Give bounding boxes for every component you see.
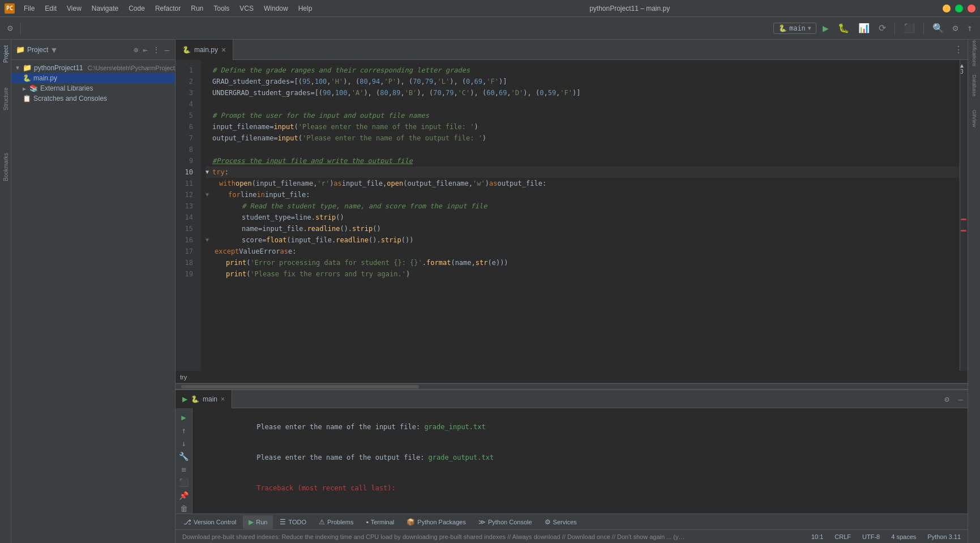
run-tool-trash[interactable]: 🗑 [178,503,190,514]
menu-help[interactable]: Help [294,3,317,14]
project-title: Project [27,46,48,54]
profile-button[interactable]: ⟳ [876,21,889,35]
services-icon: ⚙ [545,518,551,526]
menu-window[interactable]: Window [259,3,293,14]
btm-tab-version-control[interactable]: ⎇ Version Control [178,515,242,529]
database-tab[interactable]: Database [969,75,979,96]
run-tab-close[interactable]: × [221,395,225,403]
run-config-label: main [789,24,806,32]
btm-tab-run[interactable]: ▶ Run [243,515,273,529]
project-collapse-icon[interactable]: ⇤ [142,44,148,55]
horizontal-scrollbar[interactable] [176,383,968,389]
breadcrumb-item: try [180,374,187,380]
run-config-dropdown[interactable]: 🐍 main ▼ [773,23,816,34]
tree-item-external-libraries[interactable]: ▶ 📚 External Libraries [11,83,175,93]
minimize-button[interactable] [943,5,951,12]
search-button[interactable]: 🔍 [930,21,947,35]
gitview-tab[interactable]: GitView [969,108,979,129]
sidebar-structure-icon[interactable]: Structure [1,88,10,110]
code-line-16: ▼ score = float(input_file.readline().st… [206,234,960,246]
project-dropdown-arrow[interactable]: ▼ [50,44,57,55]
settings-button[interactable]: ⚙ [950,21,961,35]
run-button[interactable]: ▶ [820,20,832,36]
code-line-12: ▼ for line in input_file: [206,189,960,200]
tab-options-button[interactable]: ⋮ [949,44,968,55]
run-tool-wrench[interactable]: 🔧 [178,451,190,461]
console-line-2: Please enter the name of the output file… [199,442,961,473]
fold-10[interactable]: ▼ [206,166,212,178]
project-locate-icon[interactable]: ⊕ [132,44,139,55]
status-position[interactable]: 10:1 [809,533,825,540]
menu-refactor[interactable]: Refactor [151,3,185,14]
console-line-3: Traceback (most recent call last): [199,473,961,503]
menu-file[interactable]: File [19,3,39,14]
line-num-1: 1 [176,65,196,76]
run-config-icon: 🐍 [778,24,787,32]
run-tab-main[interactable]: ▶ 🐍 main × [176,390,232,408]
project-minimize-icon[interactable]: — [164,44,170,55]
console-input-1: grade_input.txt [424,423,485,431]
btm-tab-todo[interactable]: ☰ TODO [274,515,312,529]
run-tool-pin[interactable]: 📌 [178,490,190,501]
sidebar-bookmarks-icon[interactable]: Bookmarks [1,156,10,178]
tab-close-button[interactable]: × [221,45,226,54]
tab-mainpy[interactable]: 🐍 main.py × [176,40,233,60]
root-label: pythonProject11 [34,64,83,72]
notifications-tab[interactable]: Notifications [969,42,979,63]
titlebar-left: PC File Edit View Navigate Code Refactor… [5,3,316,14]
tree-item-root[interactable]: ▼ 📁 pythonProject11 C:\Users\ebteh\Pycha… [11,62,175,73]
menu-navigate[interactable]: Navigate [87,3,123,14]
menu-code[interactable]: Code [124,3,149,14]
status-lang[interactable]: Python 3.11 [925,533,963,540]
debug-button[interactable]: 🐛 [835,21,852,35]
todo-icon: ☰ [280,518,286,526]
project-options-icon[interactable]: ⋮ [151,44,161,55]
code-line-19: print('Please fix the errors and try aga… [206,268,960,280]
fold-16[interactable]: ▼ [206,234,212,246]
fold-12[interactable]: ▼ [206,189,212,200]
menu-run[interactable]: Run [186,3,208,14]
btm-tab-python-packages[interactable]: 📦 Python Packages [401,515,472,529]
btm-tab-terminal[interactable]: ▪ Terminal [360,515,400,529]
problems-icon: ⚠ [319,518,325,526]
update-button[interactable]: ↑ [964,21,975,35]
stop-button[interactable]: ⬛ [901,21,918,35]
run-tool-stop[interactable]: ⬛ [178,477,190,488]
maximize-button[interactable] [955,5,963,12]
line-num-9: 9 [176,155,196,166]
status-line-sep[interactable]: CRLF [832,533,853,540]
close-button[interactable] [968,5,975,12]
code-line-11: with open(input_filename, 'r') as input_… [206,178,960,189]
btm-tab-services[interactable]: ⚙ Services [539,515,583,529]
project-panel: 📁 Project ▼ ⊕ ⇤ ⋮ — ▼ 📁 pythonProject11 … [11,40,176,543]
tree-item-mainpy[interactable]: 🐍 main.py [11,73,175,83]
rerun-button[interactable]: ▶ [178,412,190,422]
root-folder-icon: 📁 [23,63,32,72]
status-encoding[interactable]: UTF-8 [860,533,882,540]
right-sidebar: Notifications Database GitView [968,40,980,543]
run-panel-collapse[interactable]: — [954,395,968,404]
menu-edit[interactable]: Edit [40,3,61,14]
line-num-13: 13 [176,200,196,212]
scroll-up-button[interactable]: ↑ [178,425,190,435]
btm-tab-problems[interactable]: ⚠ Problems [313,515,359,529]
tree-item-scratches[interactable]: 📋 Scratches and Consoles [11,93,175,104]
btm-tab-python-console[interactable]: ≫ Python Console [473,515,538,529]
menu-view[interactable]: View [62,3,86,14]
run-tool-more[interactable]: ≡ [178,464,190,474]
scroll-down-button[interactable]: ↓ [178,438,190,448]
run-panel-gear[interactable]: ⚙ [940,395,953,404]
menu-tools[interactable]: Tools [209,3,234,14]
menu-vcs[interactable]: VCS [235,3,258,14]
coverage-button[interactable]: 📊 [855,21,872,35]
run-icon: ▶ [249,518,254,526]
code-line-10: ▼ try: [206,166,960,178]
toolbar-sep-3 [923,23,924,34]
status-indent[interactable]: 4 spaces [889,533,918,540]
sidebar-project-icon[interactable]: Project [1,42,10,65]
toolbar-icon-1[interactable]: ⚙ [5,21,16,35]
line-num-2: 2 [176,76,196,87]
code-content[interactable]: # Define the grade ranges and their corr… [201,60,960,371]
line-num-6: 6 [176,121,196,132]
mainpy-icon: 🐍 [23,74,31,82]
